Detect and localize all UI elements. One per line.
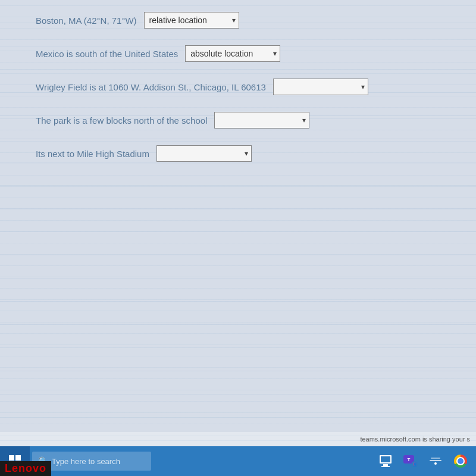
chrome-icon[interactable] xyxy=(450,450,471,472)
quiz-text-3: Wrigley Field is at 1060 W. Addison St.,… xyxy=(36,82,266,92)
quiz-row-5: Its next to Mile High Stadiumrelative lo… xyxy=(36,145,440,162)
dropdown-wrapper-3: relative locationabsolute location xyxy=(273,79,368,95)
notification-text: teams.microsoft.com is sharing your s xyxy=(360,436,470,443)
quiz-row-1: Boston, MA (42°N, 71°W)relative location… xyxy=(36,12,440,29)
dropdown-wrapper-4: relative locationabsolute location xyxy=(214,112,309,129)
dropdown-select-2[interactable]: relative locationabsolute location xyxy=(185,45,280,62)
notification-bar: teams.microsoft.com is sharing your s xyxy=(0,432,476,446)
dropdown-wrapper-2: relative locationabsolute location xyxy=(185,45,280,62)
quiz-text-5: Its next to Mile High Stadium xyxy=(36,149,149,159)
network-icon[interactable] xyxy=(425,450,446,472)
lenovo-brand: Lenovo xyxy=(0,461,51,476)
monitor-icon xyxy=(380,455,392,464)
search-placeholder-text: Type here to search xyxy=(52,457,120,466)
dropdown-select-1[interactable]: relative locationabsolute location xyxy=(144,12,239,29)
dropdown-select-3[interactable]: relative locationabsolute location xyxy=(273,79,368,95)
quiz-row-3: Wrigley Field is at 1060 W. Addison St.,… xyxy=(36,79,440,95)
wifi-arc-2 xyxy=(430,460,441,461)
wifi-dot xyxy=(434,462,437,465)
taskbar-right-icons: T 👤 xyxy=(375,450,476,472)
quiz-text-2: Mexico is south of the United States xyxy=(36,49,178,59)
quiz-text-1: Boston, MA (42°N, 71°W) xyxy=(36,15,137,26)
dropdown-select-5[interactable]: relative locationabsolute location xyxy=(156,145,252,162)
taskbar: 🔍 Type here to search T 👤 xyxy=(0,446,476,476)
dropdown-wrapper-5: relative locationabsolute location xyxy=(156,145,252,162)
chrome-logo xyxy=(454,455,467,468)
dropdown-select-4[interactable]: relative locationabsolute location xyxy=(214,112,309,129)
quiz-row-4: The park is a few blocks north of the sc… xyxy=(36,112,440,129)
main-content: Boston, MA (42°N, 71°W)relative location… xyxy=(0,0,476,446)
quiz-container: Boston, MA (42°N, 71°W)relative location… xyxy=(36,12,440,162)
dropdown-wrapper-1: relative locationabsolute location xyxy=(144,12,239,29)
desktop-icon[interactable] xyxy=(375,450,396,472)
lenovo-text: Lenovo xyxy=(5,462,46,474)
wifi-arc-1 xyxy=(431,458,440,459)
teams-icon[interactable]: T 👤 xyxy=(400,450,421,472)
quiz-row-2: Mexico is south of the United Statesrela… xyxy=(36,45,440,62)
quiz-text-4: The park is a few blocks north of the sc… xyxy=(36,115,207,126)
